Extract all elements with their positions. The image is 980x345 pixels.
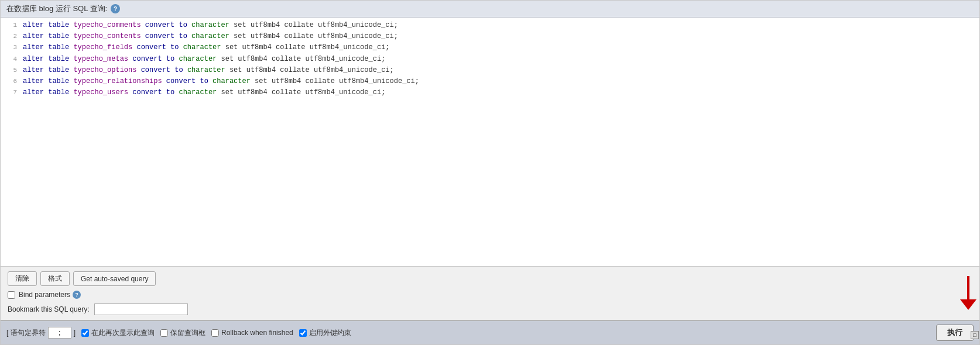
sql-token: set utf8mb4 collate utf8mb4_unicode_ci; xyxy=(217,55,385,63)
toolbar-buttons: 清除 格式 Get auto-saved query xyxy=(8,271,972,286)
toolbar-area: 清除 格式 Get auto-saved query Bind paramete… xyxy=(1,267,979,320)
line-content: alter table typecho_fields convert to ch… xyxy=(23,42,390,53)
bind-params-info-icon[interactable]: ? xyxy=(73,291,81,299)
retain-query-label[interactable]: 保留查询框 xyxy=(160,328,205,338)
bottom-bar: [ 语句定界符 ] 在此再次显示此查询 保留查询框 Rollback when … xyxy=(1,320,979,344)
delimiter-end: ] xyxy=(74,329,76,337)
sql-token: convert to xyxy=(128,88,179,96)
sql-token: typecho_options xyxy=(73,66,136,74)
delimiter-label: [ 语句定界符 xyxy=(6,328,46,338)
delimiter-group: [ 语句定界符 ] xyxy=(6,327,76,339)
sql-token: set utf8mb4 collate utf8mb4_unicode_ci; xyxy=(229,32,398,40)
sql-token: character xyxy=(213,77,251,85)
line-number: 3 xyxy=(5,43,17,53)
line-content: alter table typecho_comments convert to … xyxy=(23,20,398,31)
sql-token: alter table xyxy=(23,77,73,85)
sql-token: convert to xyxy=(128,55,179,63)
foreign-keys-label[interactable]: 启用外键约束 xyxy=(299,328,351,338)
line-number: 4 xyxy=(5,54,17,65)
autosave-button[interactable]: Get auto-saved query xyxy=(73,271,156,286)
bookmark-row: Bookmark this SQL query: xyxy=(8,303,972,315)
sql-token: alter table xyxy=(23,43,73,51)
sql-line: 2alter table typecho_contents convert to… xyxy=(1,31,979,42)
sql-token: typecho_metas xyxy=(73,55,128,63)
sql-token: convert to xyxy=(136,66,187,74)
line-number: 7 xyxy=(5,88,17,98)
sql-token: alter table xyxy=(23,88,73,96)
rollback-label[interactable]: Rollback when finished xyxy=(211,329,293,337)
main-container: 在数据库 blog 运行 SQL 查询: ? 1alter table type… xyxy=(0,0,980,345)
sql-token: convert to xyxy=(141,21,191,29)
bookmark-input[interactable] xyxy=(94,303,188,315)
sql-line: 1alter table typecho_comments convert to… xyxy=(1,20,979,31)
delimiter-input[interactable] xyxy=(48,327,71,339)
bind-params-label: Bind parameters ? xyxy=(19,291,81,299)
line-number: 1 xyxy=(5,20,17,31)
line-content: alter table typecho_metas convert to cha… xyxy=(23,54,385,65)
sql-line: 3alter table typecho_fields convert to c… xyxy=(1,42,979,53)
line-content: alter table typecho_contents convert to … xyxy=(23,31,398,42)
sql-token: set utf8mb4 collate utf8mb4_unicode_ci; xyxy=(225,66,394,74)
sql-token: set utf8mb4 collate utf8mb4_unicode_ci; xyxy=(251,77,419,85)
bind-params-row: Bind parameters ? xyxy=(8,291,972,299)
sql-token: alter table xyxy=(23,21,73,29)
execute-button[interactable]: 执行 xyxy=(936,325,974,341)
sql-token: character xyxy=(179,88,217,96)
sql-token: convert to xyxy=(141,32,191,40)
sql-token: character xyxy=(191,21,229,29)
sql-token: character xyxy=(183,43,221,51)
sql-token: alter table xyxy=(23,66,73,74)
foreign-keys-checkbox[interactable] xyxy=(299,329,307,337)
sql-line: 7alter table typecho_users convert to ch… xyxy=(1,87,979,98)
sql-token: typecho_comments xyxy=(73,21,141,29)
clear-button[interactable]: 清除 xyxy=(8,271,37,286)
sql-token: set utf8mb4 collate utf8mb4_unicode_ci; xyxy=(221,43,389,51)
sql-token: character xyxy=(187,66,225,74)
sql-line: 4alter table typecho_metas convert to ch… xyxy=(1,54,979,65)
show-query-label[interactable]: 在此再次显示此查询 xyxy=(81,328,155,338)
sql-token: set utf8mb4 collate utf8mb4_unicode_ci; xyxy=(229,21,398,29)
sql-token: alter table xyxy=(23,55,73,63)
sql-token: typecho_relationships xyxy=(73,77,162,85)
line-number: 5 xyxy=(5,65,17,76)
sql-token: convert to xyxy=(132,43,183,51)
line-content: alter table typecho_users convert to cha… xyxy=(23,87,385,98)
bookmark-label: Bookmark this SQL query: xyxy=(8,305,90,313)
line-number: 6 xyxy=(5,77,17,87)
sql-editor-area[interactable]: 1alter table typecho_comments convert to… xyxy=(1,18,979,267)
line-content: alter table typecho_relationships conver… xyxy=(23,76,419,87)
rollback-checkbox[interactable] xyxy=(211,329,219,337)
sql-token: typecho_contents xyxy=(73,32,141,40)
sql-lines: 1alter table typecho_comments convert to… xyxy=(1,20,979,98)
line-number: 2 xyxy=(5,32,17,42)
scroll-arrow xyxy=(960,276,976,310)
bind-params-checkbox[interactable] xyxy=(8,291,15,299)
panel-header: 在数据库 blog 运行 SQL 查询: ? xyxy=(1,1,979,18)
arrow-head xyxy=(960,299,976,310)
format-button[interactable]: 格式 xyxy=(40,271,70,286)
sql-line: 5alter table typecho_options convert to … xyxy=(1,65,979,76)
sql-token: character xyxy=(179,55,217,63)
line-content: alter table typecho_options convert to c… xyxy=(23,65,394,76)
sql-line: 6alter table typecho_relationships conve… xyxy=(1,76,979,87)
arrow-line xyxy=(967,276,969,299)
sql-token: typecho_users xyxy=(73,88,128,96)
sql-token: set utf8mb4 collate utf8mb4_unicode_ci; xyxy=(217,88,385,96)
retain-query-checkbox[interactable] xyxy=(160,329,168,337)
panel-title: 在数据库 blog 运行 SQL 查询: xyxy=(6,4,107,14)
show-query-checkbox[interactable] xyxy=(81,329,89,337)
bottom-scroll-icon[interactable]: □ xyxy=(971,331,979,339)
sql-token: typecho_fields xyxy=(73,43,132,51)
sql-token: convert to xyxy=(162,77,213,85)
sql-panel: 在数据库 blog 运行 SQL 查询: ? 1alter table type… xyxy=(0,0,980,345)
sql-token: alter table xyxy=(23,32,73,40)
header-info-icon[interactable]: ? xyxy=(111,4,120,13)
sql-token: character xyxy=(191,32,229,40)
